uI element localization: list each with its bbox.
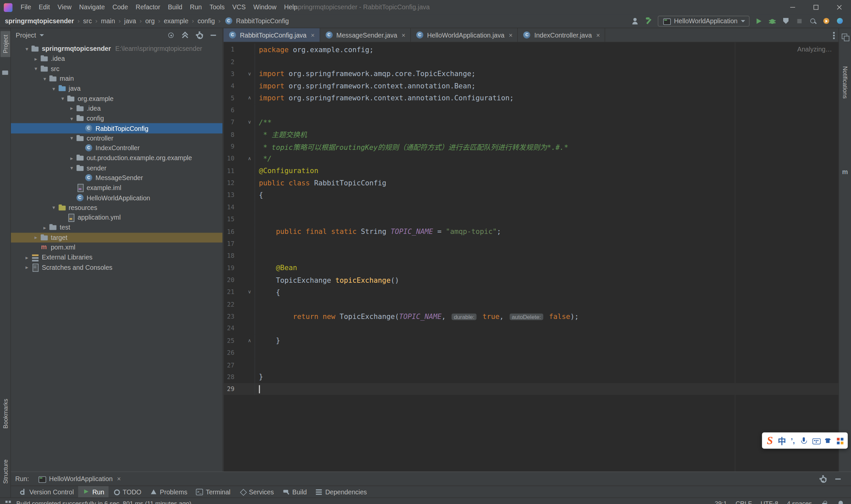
menu-vcs[interactable]: VCS — [228, 0, 249, 15]
tree-item-java[interactable]: ▾java — [11, 84, 223, 94]
tree-item-example-iml[interactable]: example.iml — [11, 183, 223, 193]
code-editor[interactable]: 1package org.example.config;23∨import or… — [224, 42, 839, 471]
breadcrumb-item-main[interactable]: main — [101, 17, 116, 25]
chevron-down-icon[interactable]: ▾ — [68, 135, 75, 141]
code-line-25[interactable]: 25∧ } — [224, 335, 839, 347]
code-line-19[interactable]: 19 @Bean — [224, 262, 839, 274]
debug-button[interactable] — [768, 17, 777, 25]
chevron-down-icon[interactable]: ▾ — [32, 66, 40, 72]
code-line-9[interactable]: 9 * topic策略可以根据routingKey的规则（通配符方式）进行去匹配… — [224, 141, 839, 153]
tree-item-idea[interactable]: ▸.idea — [11, 104, 223, 114]
skin-icon[interactable] — [824, 436, 831, 445]
more-tabs-icon[interactable] — [833, 32, 835, 34]
code-line-27[interactable]: 27 — [224, 359, 839, 371]
toolwindow-todo[interactable]: TODO — [109, 486, 146, 498]
ime-language-toggle[interactable]: 中 — [778, 435, 786, 446]
tree-item-out-production-example-org-example[interactable]: ▸out.production.example.org.example — [11, 153, 223, 163]
chevron-right-icon[interactable]: ▸ — [23, 265, 31, 270]
hide-icon[interactable] — [209, 31, 218, 39]
code-line-7[interactable]: 7∨/** — [224, 116, 839, 129]
ime-punctuation-icon[interactable]: ’, — [791, 436, 795, 445]
code-line-20[interactable]: 20 TopicExchange topicExchange() — [224, 274, 839, 286]
code-line-5[interactable]: 5∧import org.springframework.context.ann… — [224, 92, 839, 104]
layers-icon[interactable] — [841, 33, 849, 41]
toolwindow-build[interactable]: Build — [278, 486, 311, 498]
tab-indexcontroller-java[interactable]: IndexController.java× — [518, 28, 605, 42]
fold-icon[interactable]: ∨ — [234, 116, 255, 129]
code-line-3[interactable]: 3∨import org.springframework.amqp.core.T… — [224, 68, 839, 80]
chevron-down-icon[interactable] — [40, 34, 44, 37]
close-icon[interactable]: × — [509, 31, 512, 39]
sogou-logo-icon[interactable]: S — [767, 435, 773, 446]
tab-rabbittopicconfig-java[interactable]: RabbitTopicConfig.java× — [224, 28, 320, 42]
tool-stripe-project[interactable]: Project — [0, 31, 10, 57]
breadcrumb-item-java[interactable]: java — [124, 17, 137, 25]
code-line-6[interactable]: 6 — [224, 104, 839, 116]
tree-item-helloworldapplication[interactable]: HelloWorldApplication — [11, 193, 223, 203]
collapse-icon[interactable] — [181, 31, 190, 39]
tree-item-application-yml[interactable]: application.yml — [11, 213, 223, 222]
code-line-2[interactable]: 2 — [224, 55, 839, 68]
code-line-1[interactable]: 1package org.example.config; — [224, 43, 839, 56]
toolwindow-services[interactable]: Services — [235, 486, 278, 498]
tree-item-messagesender[interactable]: MessageSender — [11, 173, 223, 183]
menu-view[interactable]: View — [54, 0, 75, 15]
project-panel-title[interactable]: Project — [16, 32, 36, 39]
menu-tools[interactable]: Tools — [206, 0, 229, 15]
minimize-icon[interactable] — [781, 0, 804, 15]
bell-icon[interactable] — [837, 499, 845, 504]
close-icon[interactable]: × — [117, 475, 121, 483]
lock-icon[interactable] — [821, 499, 828, 504]
chevron-right-icon[interactable]: ▸ — [32, 235, 40, 240]
tree-item-sender[interactable]: ▾sender — [11, 163, 223, 173]
tool-windows-grid-icon[interactable] — [4, 499, 12, 504]
breadcrumb-item-rabbittopicconfig[interactable]: RabbitTopicConfig — [235, 17, 289, 25]
code-line-10[interactable]: 10∧ */ — [224, 152, 839, 165]
menu-build[interactable]: Build — [164, 0, 186, 15]
maximize-icon[interactable] — [804, 0, 828, 15]
hide-icon[interactable] — [834, 474, 843, 483]
code-line-4[interactable]: 4import org.springframework.context.anno… — [224, 80, 839, 92]
menu-file[interactable]: File — [17, 0, 35, 15]
code-line-12[interactable]: 12public class RabbitTopicConfig — [224, 177, 839, 189]
tree-item-resources[interactable]: ▾resources — [11, 203, 223, 213]
code-line-18[interactable]: 18 — [224, 250, 839, 262]
chevron-down-icon[interactable]: ▾ — [68, 115, 75, 121]
tree-item-scratches-and-consoles[interactable]: ▸Scratches and Consoles — [11, 263, 223, 272]
tree-item-idea[interactable]: ▸.idea — [11, 54, 223, 64]
toolwindow-dependencies[interactable]: Dependencies — [311, 486, 371, 498]
indent-style[interactable]: 4 spaces — [787, 500, 812, 504]
tree-item-org-example[interactable]: ▾org.example — [11, 94, 223, 104]
tree-item-controller[interactable]: ▾controller — [11, 133, 223, 143]
code-line-21[interactable]: 21∨ { — [224, 286, 839, 298]
code-line-17[interactable]: 17 — [224, 237, 839, 250]
close-icon[interactable] — [828, 0, 851, 15]
fold-icon[interactable]: ∨ — [234, 286, 255, 298]
coverage-button[interactable] — [781, 17, 790, 25]
fold-icon[interactable]: ∧ — [234, 92, 255, 104]
menu-code[interactable]: Code — [109, 0, 132, 15]
keyboard-icon[interactable] — [812, 436, 819, 445]
menu-navigate[interactable]: Navigate — [75, 0, 109, 15]
commit-icon[interactable] — [1, 69, 10, 77]
tab-helloworldapplication-java[interactable]: HelloWorldApplication.java× — [411, 28, 518, 42]
menu-refactor[interactable]: Refactor — [132, 0, 164, 15]
close-icon[interactable]: × — [596, 31, 600, 39]
code-line-13[interactable]: 13{ — [224, 189, 839, 201]
code-line-16[interactable]: 16 public final static String TOPIC_NAME… — [224, 225, 839, 237]
toolwindow-version-control[interactable]: Version Control — [15, 486, 78, 498]
chevron-down-icon[interactable]: ▾ — [68, 165, 75, 171]
code-line-14[interactable]: 14 — [224, 201, 839, 213]
chevron-down-icon[interactable]: ▾ — [40, 76, 49, 82]
chevron-down-icon[interactable]: ▾ — [23, 46, 31, 52]
toolwindow-problems[interactable]: Problems — [146, 486, 192, 498]
run-panel-tab[interactable]: HelloWorldApplication × — [36, 472, 123, 486]
tree-item-pom-xml[interactable]: pom.xml — [11, 242, 223, 252]
user-icon[interactable] — [631, 17, 639, 25]
breadcrumb-item-src[interactable]: src — [83, 17, 92, 25]
chevron-down-icon[interactable]: ▾ — [50, 86, 57, 92]
code-line-24[interactable]: 24 — [224, 322, 839, 335]
locate-icon[interactable] — [166, 31, 175, 39]
line-separator[interactable]: CRLF — [735, 500, 752, 504]
tool-stripe-structure[interactable]: Structure — [0, 460, 10, 484]
